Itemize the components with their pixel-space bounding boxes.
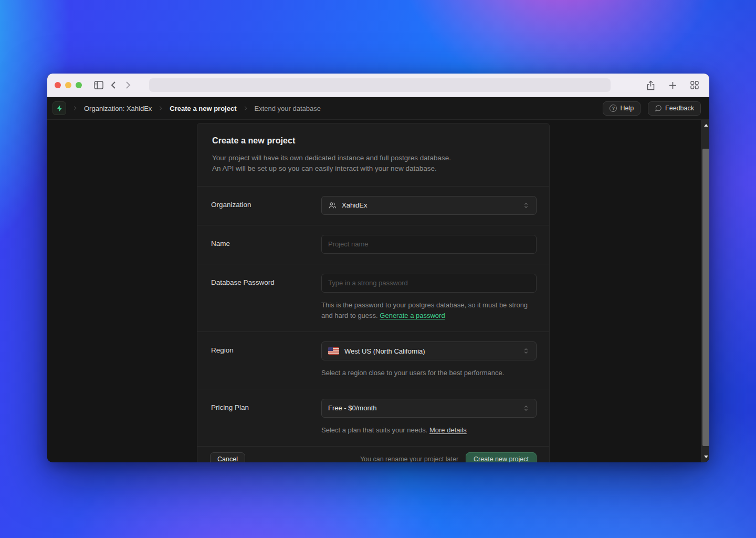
region-help-text: Select a region close to your users for … (321, 368, 537, 379)
rename-note: You can rename your project later (360, 456, 458, 462)
region-label: Region (211, 342, 321, 379)
breadcrumb-extend-database[interactable]: Extend your database (255, 105, 321, 112)
minimize-window-button[interactable] (65, 82, 71, 88)
create-new-project-button[interactable]: Create new project (466, 452, 537, 462)
scrollbar-thumb[interactable] (702, 149, 709, 446)
app-header: Organization: XahidEx Create a new proje… (47, 97, 709, 120)
browser-window: Organization: XahidEx Create a new proje… (47, 74, 709, 462)
address-bar[interactable] (149, 78, 611, 92)
database-password-input[interactable] (321, 274, 537, 293)
organization-label: Organization (211, 196, 321, 215)
new-tab-icon[interactable] (665, 78, 680, 92)
pricing-label: Pricing Plan (211, 399, 321, 436)
organization-row: Organization XahidEx (197, 187, 549, 225)
more-details-link[interactable]: More details (429, 426, 467, 434)
pricing-row: Pricing Plan Free - $0/month Select a pl… (197, 389, 549, 447)
pricing-help-text: Select a plan that suits your needs. (321, 426, 429, 434)
scroll-up-arrow-icon[interactable] (702, 121, 709, 129)
region-row: Region West US (North California) Select… (197, 332, 549, 389)
chat-bubble-icon (655, 105, 662, 112)
form-description-line1: Your project will have its own dedicated… (212, 153, 534, 163)
form-header: Create a new project Your project will h… (197, 123, 549, 187)
scroll-down-arrow-icon[interactable] (702, 452, 709, 461)
help-icon: ? (610, 105, 617, 112)
project-name-input[interactable] (321, 235, 537, 254)
name-row: Name (197, 225, 549, 264)
page-title: Create a new project (212, 136, 534, 146)
cancel-button[interactable]: Cancel (210, 452, 245, 462)
us-flag-icon (328, 347, 339, 355)
back-icon[interactable] (106, 78, 121, 92)
zoom-window-button[interactable] (76, 82, 82, 88)
traffic-lights (55, 82, 82, 88)
vertical-scrollbar[interactable] (701, 120, 709, 462)
organization-select[interactable]: XahidEx (321, 196, 537, 215)
select-chevrons-icon (522, 202, 530, 209)
region-select[interactable]: West US (North California) (321, 342, 537, 360)
main-content: Create a new project Your project will h… (47, 120, 709, 462)
users-icon (328, 201, 337, 210)
help-button-label: Help (620, 105, 634, 112)
pricing-select[interactable]: Free - $0/month (321, 399, 537, 418)
sidebar-toggle-icon[interactable] (91, 78, 106, 92)
form-footer: Cancel You can rename your project later… (197, 447, 549, 462)
breadcrumb-chevron-icon (242, 105, 249, 112)
form-description-line2: An API will be set up so you can easily … (212, 163, 534, 174)
feedback-button[interactable]: Feedback (648, 101, 701, 116)
password-row: Database Password This is the password t… (197, 264, 549, 333)
browser-toolbar (47, 74, 709, 97)
help-button[interactable]: ? Help (603, 101, 640, 116)
organization-value: XahidEx (342, 201, 522, 209)
pricing-value: Free - $0/month (328, 404, 522, 412)
close-window-button[interactable] (55, 82, 61, 88)
share-icon[interactable] (643, 78, 658, 92)
select-chevrons-icon (522, 347, 530, 355)
forward-icon[interactable] (121, 78, 135, 92)
breadcrumb-chevron-icon (157, 105, 164, 112)
feedback-button-label: Feedback (665, 105, 694, 112)
create-project-form: Create a new project Your project will h… (197, 123, 550, 462)
select-chevrons-icon (522, 405, 530, 412)
generate-password-link[interactable]: Generate a password (380, 312, 445, 319)
breadcrumb-organization[interactable]: Organization: XahidEx (84, 105, 152, 112)
breadcrumb-create-project[interactable]: Create a new project (170, 105, 236, 112)
toolbar-actions (643, 78, 702, 92)
supabase-logo[interactable] (52, 101, 66, 115)
region-value: West US (North California) (344, 347, 522, 355)
breadcrumb-chevron-icon (71, 105, 79, 112)
name-label: Name (211, 235, 321, 254)
password-label: Database Password (211, 274, 321, 322)
tab-overview-icon[interactable] (687, 78, 702, 92)
